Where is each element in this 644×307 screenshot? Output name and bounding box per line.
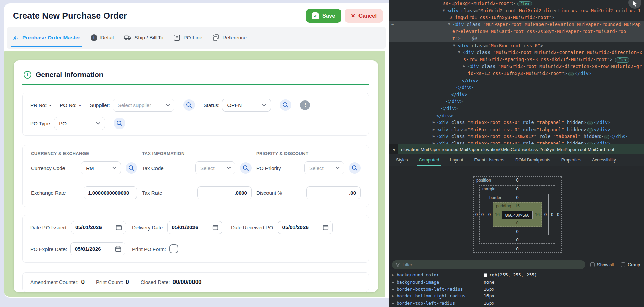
cancel-button[interactable]: ✕ Cancel: [345, 9, 383, 23]
computed-property-row[interactable]: ▶border-bottom-left-radius16px: [389, 286, 644, 293]
status-select[interactable]: OPEN: [222, 99, 271, 112]
dom-line[interactable]: </div>: [389, 98, 644, 105]
tab-detail[interactable]: i Detail: [91, 27, 114, 49]
tab-styles[interactable]: Styles: [394, 154, 409, 166]
tab-ship-bill-to[interactable]: Ship / Bill To: [124, 27, 163, 49]
tab-layout[interactable]: Layout: [448, 154, 465, 166]
expand-arrow-icon[interactable]: ▶: [392, 272, 394, 279]
dom-line[interactable]: </div>: [389, 91, 644, 98]
currency-search-icon[interactable]: [126, 162, 137, 174]
breadcrumb[interactable]: elevation.MuiPaper-rounded.MuiPaper-elev…: [398, 144, 644, 154]
tab-event-listeners[interactable]: Event Listeners: [472, 154, 506, 166]
save-button[interactable]: ✓ Save: [306, 9, 342, 23]
collapse-arrow-icon[interactable]: ▼: [448, 21, 450, 28]
dom-line[interactable]: t"> == $0: [389, 35, 644, 42]
po-type-select[interactable]: PO: [54, 117, 105, 130]
ellipsis-expander[interactable]: …: [587, 121, 593, 125]
status-search-icon[interactable]: [280, 99, 291, 111]
ellipsis-expander[interactable]: …: [568, 72, 574, 76]
flex-badge[interactable]: flex: [517, 1, 532, 6]
currency-code-select[interactable]: RM: [81, 161, 121, 174]
computed-property-row[interactable]: ▶background-colorrgb(255, 255, 255): [389, 272, 644, 279]
discount-input[interactable]: [306, 186, 361, 199]
breadcrumb-back-icon[interactable]: ◂: [389, 144, 398, 154]
date-po-issued-input[interactable]: 05/01/2026: [71, 221, 126, 234]
show-all-checkbox[interactable]: [590, 262, 595, 267]
dom-line[interactable]: </div>: [389, 77, 644, 84]
dom-line[interactable]: ▶<div class="MuiGrid2-root MuiGrid2-dire…: [389, 63, 644, 70]
delivery-date-input[interactable]: 05/01/2026: [167, 221, 222, 234]
box-model-content[interactable]: 866.400×560: [502, 211, 533, 219]
tax-code-search-icon[interactable]: [240, 162, 252, 174]
expand-arrow-icon[interactable]: ▶: [392, 300, 394, 307]
exchange-rate-input[interactable]: [84, 186, 137, 199]
expand-arrow-icon[interactable]: ▶: [433, 140, 435, 144]
collapse-arrow-icon[interactable]: ▼: [453, 42, 455, 49]
dom-line[interactable]: ▼<div class="MuiGrid2-root MuiGrid2-dire…: [389, 7, 644, 14]
po-type-field: PO Type: PO: [30, 117, 105, 130]
expand-arrow-icon[interactable]: ▶: [433, 133, 435, 140]
collapse-arrow-icon[interactable]: ▼: [443, 7, 445, 14]
expand-arrow-icon[interactable]: ▶: [433, 119, 435, 126]
box-model-margin[interactable]: margin 0 0 0 0 border 0 0 0 0 padding: [479, 185, 555, 244]
po-expire-input[interactable]: 05/01/2026: [70, 242, 125, 255]
supplier-search-icon[interactable]: [183, 99, 195, 111]
filter-input[interactable]: [403, 262, 582, 267]
dom-line[interactable]: </div>: [389, 105, 644, 112]
tab-dom-breakpoints[interactable]: DOM Breakpoints: [514, 154, 552, 166]
po-type-search-icon[interactable]: [114, 118, 125, 129]
group-checkbox[interactable]: [621, 262, 625, 267]
collapse-arrow-icon[interactable]: ▼: [458, 49, 460, 56]
dom-line[interactable]: ▶<div class="MuiBox-root css-1sm2s1z" ro…: [389, 133, 644, 140]
ellipsis-expander[interactable]: …: [604, 135, 609, 139]
dom-line[interactable]: </div>: [389, 112, 644, 119]
expand-arrow-icon[interactable]: ▶: [392, 279, 394, 286]
calendar-icon[interactable]: [322, 224, 329, 231]
computed-property-row[interactable]: ▶background-imagenone: [389, 279, 644, 286]
print-po-form-checkbox[interactable]: [169, 244, 178, 253]
tax-code-select[interactable]: Select: [195, 161, 235, 174]
dom-line[interactable]: ▶<div class="MuiBox-root css-0" role="ta…: [389, 126, 644, 133]
supplier-select[interactable]: Select supplier: [113, 99, 174, 112]
color-swatch[interactable]: [484, 273, 487, 277]
po-priority-search-icon[interactable]: [349, 162, 361, 174]
dom-line[interactable]: </div>: [389, 84, 644, 91]
computed-property-row[interactable]: ▶border-top-left-radius16px: [389, 300, 644, 307]
dom-line[interactable]: ss-1pi8xg4-MuiGrid2-root">flex: [389, 0, 644, 7]
tax-rate-input[interactable]: [197, 186, 252, 199]
box-model-position[interactable]: position 0 0 0 0 margin 0 0 0 0 border 0: [473, 176, 562, 253]
expand-arrow-icon[interactable]: ▶: [463, 63, 465, 70]
dom-line[interactable]: ▼<div class="MuiGrid2-root MuiGrid2-cont…: [389, 49, 644, 56]
dom-line[interactable]: ▼<div class="MuiBox-root css-0">: [389, 42, 644, 49]
expand-arrow-icon[interactable]: ▶: [392, 293, 394, 300]
calendar-icon[interactable]: [115, 245, 122, 252]
po-priority-select[interactable]: Select: [304, 161, 344, 174]
expand-arrow-icon[interactable]: ▶: [392, 286, 394, 293]
dom-line[interactable]: 2 imgGird1 css-16fnxy3-MuiGrid2-root">: [389, 14, 644, 21]
computed-property-row[interactable]: ▶border-bottom-right-radius16px: [389, 293, 644, 300]
flex-badge[interactable]: flex: [615, 57, 630, 63]
tab-properties[interactable]: Properties: [559, 154, 583, 166]
tab-purchase-order-master[interactable]: Purchase Order Master: [13, 27, 80, 49]
box-model-border[interactable]: border 0 0 0 0 padding 15 0 16 16: [486, 194, 549, 235]
tab-computed[interactable]: Computed: [417, 154, 441, 166]
tab-bar: Purchase Order Master i Detail Ship / Bi…: [7, 27, 386, 49]
more-actions-icon[interactable]: ⋯: [391, 21, 394, 28]
tab-po-line[interactable]: PO Line: [173, 27, 202, 49]
dom-line[interactable]: id-xs-12 css-16fnxy3-MuiGrid2-root">…</d…: [389, 70, 644, 77]
date-received-input[interactable]: 05/01/2026: [278, 221, 333, 234]
ellipsis-expander[interactable]: …: [587, 128, 593, 133]
tab-accessibility[interactable]: Accessibility: [590, 154, 618, 166]
calendar-icon[interactable]: [115, 224, 122, 231]
tab-reference[interactable]: Reference: [213, 27, 247, 49]
dom-line[interactable]: s-row MuiGrid2-spacing-xs-3 css-dkd71f-M…: [389, 56, 644, 63]
expand-arrow-icon[interactable]: ▶: [433, 126, 435, 133]
ellipsis-expander[interactable]: …: [587, 142, 593, 144]
dom-line[interactable]: ▶<div class="MuiBox-root css-0" role="ta…: [389, 119, 644, 126]
box-model-padding[interactable]: padding 15 0 16 16 866.400×560: [493, 202, 542, 227]
dom-token: role: [520, 127, 534, 132]
dom-line[interactable]: ▶<div class="MuiBox-root css-0" role="ta…: [389, 140, 644, 144]
calendar-icon[interactable]: [212, 224, 219, 231]
dom-line[interactable]: er-elevation0 MuiCard-root css-2s58ym-Mu…: [389, 28, 644, 35]
dom-line[interactable]: ⋯▼<div class="MuiPaper-root MuiPaper-ele…: [389, 21, 644, 28]
